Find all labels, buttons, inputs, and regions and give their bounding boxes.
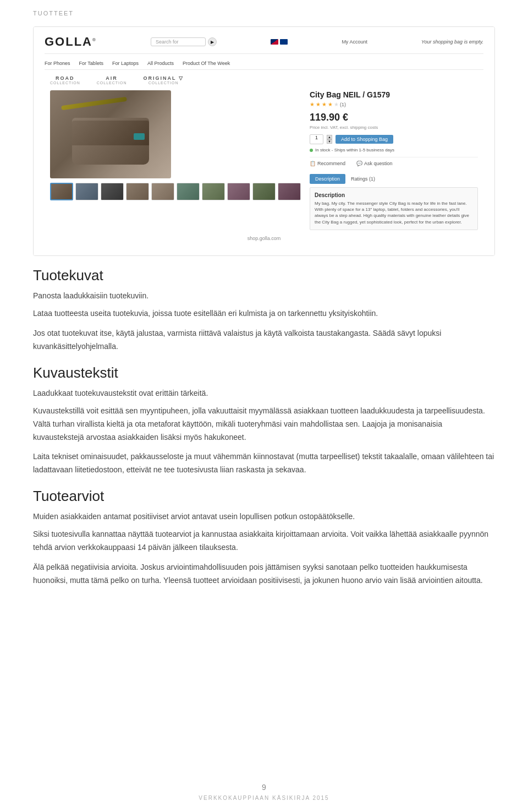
thumbnail-10[interactable] — [278, 183, 301, 200]
tab-description[interactable]: Description — [310, 174, 345, 184]
thumbnail-4[interactable] — [126, 183, 149, 200]
product-actions: 📋 Recommend 💬 Ask question — [310, 157, 478, 170]
nav-item-tablets[interactable]: For Tablets — [79, 61, 103, 66]
add-to-cart-button[interactable]: Add to Shopping Bag — [336, 135, 393, 144]
section1-intro: Panosta laadukkaisiin tuotekuviin. — [33, 290, 495, 302]
footer-copyright: VERKKOKAUPPIAAN KÄSIKIRJA 2015 — [0, 795, 528, 801]
section2-para1: Kuvaustekstillä voit esittää sen myyntip… — [33, 405, 495, 444]
product-rating: ★ ★ ★ ★ ★ (1) — [310, 101, 478, 107]
thumbnail-5[interactable] — [151, 183, 174, 200]
golla-search-area: Search for ▶ — [151, 37, 217, 46]
description-body: My bag. My city. The messenger style Cit… — [315, 200, 473, 225]
star-3: ★ — [322, 101, 327, 107]
my-account-link[interactable]: My Account — [342, 39, 367, 45]
qty-down[interactable]: ▼ — [327, 139, 332, 144]
section3-heading: Tuotearviot — [33, 488, 495, 505]
star-2: ★ — [316, 101, 321, 107]
golla-website: GOLLA® Search for ▶ My Account Your shop… — [34, 27, 494, 255]
nav-item-product-of-week[interactable]: Product Of The Week — [183, 61, 230, 66]
thumbnail-3[interactable] — [101, 183, 124, 200]
section2-intro: Laadukkaat tuotekuvaustekstit ovat eritt… — [33, 387, 495, 399]
thumbnail-2[interactable] — [75, 183, 98, 200]
recommend-link[interactable]: 📋 Recommend — [310, 161, 345, 166]
thumbnail-7[interactable] — [202, 183, 225, 200]
golla-header: GOLLA® Search for ▶ My Account Your shop… — [45, 35, 483, 54]
screenshot-mockup: GOLLA® Search for ▶ My Account Your shop… — [33, 26, 495, 256]
section1-para1: Lataa tuotteesta useita tuotekuvia, jois… — [33, 307, 495, 320]
section3-para2: Älä pelkää negatiivisia arvioita. Joskus… — [33, 561, 495, 587]
website-url: shop.golla.com — [45, 230, 483, 244]
product-thumbnails — [50, 183, 301, 200]
section3-intro: Muiden asiakkaiden antamat positiiviset … — [33, 510, 495, 522]
description-heading: Description — [315, 192, 473, 198]
star-4: ★ — [328, 101, 333, 107]
section3-para1: Siksi tuotesivulla kannattaa näyttää tuo… — [33, 528, 495, 554]
stock-indicator — [310, 149, 313, 152]
description-tabs: Description Ratings (1) — [310, 174, 478, 184]
product-image-section — [50, 90, 301, 230]
nav-item-laptops[interactable]: For Laptops — [112, 61, 139, 66]
thumbnail-9[interactable] — [252, 183, 276, 200]
product-main-image — [50, 90, 171, 178]
nav-item-all-products[interactable]: All Products — [147, 61, 174, 66]
page-footer: 9 VERKKOKAUPPIAAN KÄSIKIRJA 2015 — [0, 783, 528, 801]
rating-count: (1) — [340, 102, 346, 107]
star-5: ★ — [334, 101, 339, 107]
section1-para2: Jos otat tuotekuvat itse, käytä jalustaa… — [33, 327, 495, 353]
product-price: 119.90 € — [310, 112, 478, 123]
flag-fi[interactable] — [280, 39, 288, 45]
golla-logo: GOLLA® — [45, 35, 97, 49]
page-label: TUOTTEET — [0, 0, 528, 17]
nav-item-phones[interactable]: For Phones — [45, 61, 70, 66]
main-content: Tuotekuvat Panosta laadukkaisiin tuoteku… — [0, 256, 528, 605]
quantity-controls[interactable]: ▲ ▼ — [327, 135, 332, 144]
ask-question-link[interactable]: 💬 Ask question — [356, 161, 393, 166]
qty-up[interactable]: ▲ — [327, 135, 332, 139]
quantity-input[interactable]: 1 — [310, 134, 323, 144]
thumbnail-1[interactable] — [50, 183, 73, 200]
description-content: Description My bag. My city. The messeng… — [310, 187, 478, 230]
golla-nav: For Phones For Tablets For Laptops All P… — [45, 57, 483, 70]
product-area: City Bag NEIL / G1579 ★ ★ ★ ★ ★ (1) 119.… — [45, 90, 483, 230]
section2-heading: Kuvaustekstit — [33, 364, 495, 382]
search-button[interactable]: ▶ — [208, 37, 217, 46]
collection-road[interactable]: ROAD COLLECTION — [50, 75, 80, 85]
language-flags — [271, 39, 288, 45]
collection-air[interactable]: AIR COLLECTION — [97, 75, 127, 85]
section2-para2: Laita tekniset ominaisuudet, pakkausselo… — [33, 450, 495, 477]
thumbnail-8[interactable] — [227, 183, 250, 200]
collection-tabs: ROAD COLLECTION AIR COLLECTION Original … — [45, 75, 483, 85]
star-1: ★ — [310, 101, 315, 107]
add-to-bag-row: 1 ▲ ▼ Add to Shopping Bag — [310, 134, 478, 144]
section1-heading: Tuotekuvat — [33, 267, 495, 284]
flag-uk[interactable] — [271, 39, 278, 45]
stock-status: In stock - Ships within 1-5 business day… — [310, 148, 478, 152]
collection-original[interactable]: Original ▽ COLLECTION — [143, 75, 183, 85]
price-note: Price incl. VAT, excl. shipping costs — [310, 125, 478, 130]
search-box[interactable]: Search for — [151, 37, 206, 46]
product-info-section: City Bag NEIL / G1579 ★ ★ ★ ★ ★ (1) 119.… — [310, 90, 478, 230]
tab-ratings[interactable]: Ratings (1) — [345, 174, 381, 184]
thumbnail-6[interactable] — [177, 183, 200, 200]
shopping-cart-status[interactable]: Your shopping bag is empty. — [421, 39, 483, 45]
product-title: City Bag NEIL / G1579 — [310, 90, 478, 99]
page-number: 9 — [0, 783, 528, 792]
